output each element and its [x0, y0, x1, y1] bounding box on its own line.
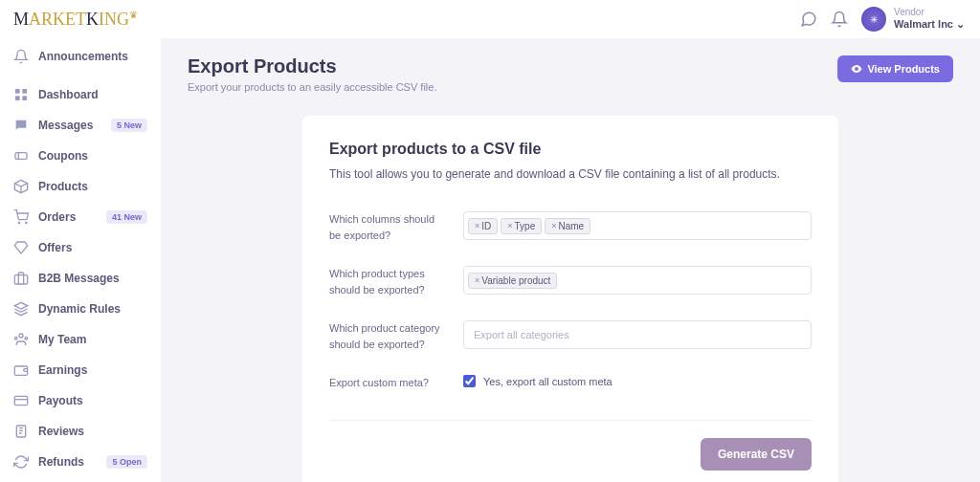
card-icon — [13, 393, 29, 408]
svg-point-5 — [18, 222, 19, 223]
types-tagbox[interactable]: ×Variable product — [463, 266, 812, 295]
logo-arket: ARKET — [29, 10, 86, 29]
tag-type[interactable]: ×Type — [501, 218, 542, 234]
clipboard-icon — [13, 424, 29, 439]
meta-checkbox-wrap[interactable]: Yes, export all custom meta — [463, 375, 812, 387]
sidebar-item-label: Coupons — [38, 149, 147, 163]
sidebar-item-docs[interactable]: Docs — [0, 477, 161, 482]
badge-new: 5 New — [111, 119, 147, 132]
sidebar-item-refunds[interactable]: Refunds 5 Open — [0, 447, 161, 477]
user-text: Vendor Walmart Inc ⌄ — [894, 7, 965, 31]
wallet-icon — [13, 362, 29, 378]
sidebar-item-label: Dynamic Rules — [38, 302, 147, 316]
card-title: Export products to a CSV file — [329, 141, 812, 158]
logo-k: K — [86, 10, 99, 29]
meta-checkbox[interactable] — [463, 375, 476, 387]
export-card: Export products to a CSV file This tool … — [302, 116, 838, 482]
svg-rect-2 — [15, 96, 20, 100]
form-label: Which product category should be exporte… — [329, 320, 444, 352]
nav: Announcements Dashboard Messages 5 New C… — [0, 35, 161, 482]
svg-rect-0 — [15, 89, 20, 94]
logo[interactable]: MARKETKING♛ — [0, 0, 161, 35]
page-subtitle: Export your products to an easily access… — [188, 81, 436, 93]
card-description: This tool allows you to generate and dow… — [329, 167, 812, 181]
sidebar-item-label: Orders — [38, 210, 106, 224]
row-meta: Export custom meta? Yes, export all cust… — [329, 363, 812, 403]
chat-icon[interactable] — [800, 11, 817, 28]
logo-m: M — [13, 10, 29, 29]
logo-crown-icon: ♛ — [129, 10, 138, 20]
briefcase-icon — [13, 271, 29, 286]
row-columns: Which columns should be exported? ×ID ×T… — [329, 200, 812, 254]
tag-remove-icon: × — [475, 221, 479, 230]
user-role: Vendor — [894, 7, 965, 18]
eye-icon — [851, 63, 862, 75]
ticket-icon — [13, 148, 29, 164]
sidebar-item-payouts[interactable]: Payouts — [0, 385, 161, 416]
sidebar-item-label: Earnings — [38, 363, 147, 377]
sidebar-item-label: Products — [38, 180, 147, 193]
sidebar-item-label: Payouts — [38, 394, 147, 407]
user-name: Walmart Inc — [894, 18, 953, 31]
row-category: Which product category should be exporte… — [329, 309, 812, 363]
category-input[interactable] — [463, 320, 812, 349]
form-label: Which product types should be exported? — [329, 266, 444, 297]
svg-rect-3 — [22, 96, 27, 100]
sidebar-item-products[interactable]: Products — [0, 171, 161, 202]
badge-open: 5 Open — [106, 455, 147, 469]
message-icon — [13, 118, 29, 133]
sidebar-item-earnings[interactable]: Earnings — [0, 355, 161, 385]
app-root: MARKETKING♛ Announcements Dashboard Mess… — [0, 0, 980, 482]
page-header: Export Products Export your products to … — [188, 55, 953, 93]
sidebar-item-dynamic-rules[interactable]: Dynamic Rules — [0, 294, 161, 324]
svg-point-8 — [19, 334, 23, 338]
generate-csv-button[interactable]: Generate CSV — [701, 438, 812, 471]
form-label: Export custom meta? — [329, 375, 444, 391]
sidebar-item-announcements[interactable]: Announcements — [0, 41, 161, 72]
sidebar-item-label: Dashboard — [38, 88, 147, 101]
sidebar-item-label: Refunds — [38, 455, 106, 469]
sidebar-item-coupons[interactable]: Coupons — [0, 141, 161, 171]
page-title: Export Products — [188, 55, 436, 77]
bell-icon — [13, 49, 29, 64]
svg-point-10 — [25, 337, 28, 340]
sidebar-item-label: Offers — [38, 241, 147, 254]
svg-rect-7 — [14, 275, 27, 284]
user-menu[interactable]: ✳ Vendor Walmart Inc ⌄ — [861, 7, 965, 32]
logo-ing: ING — [99, 10, 129, 29]
tag-variable-product[interactable]: ×Variable product — [468, 273, 557, 289]
badge-new: 41 New — [106, 210, 147, 224]
sidebar-item-b2b-messages[interactable]: B2B Messages — [0, 263, 161, 294]
layers-icon — [13, 301, 29, 317]
sidebar-item-label: Messages — [38, 119, 111, 132]
gem-icon — [13, 240, 29, 255]
sidebar-item-dashboard[interactable]: Dashboard — [0, 79, 161, 110]
button-label: View Products — [867, 63, 940, 75]
checkbox-label: Yes, export all custom meta — [483, 376, 612, 387]
svg-rect-4 — [15, 153, 27, 160]
sidebar-item-reviews[interactable]: Reviews — [0, 416, 161, 447]
svg-point-6 — [26, 222, 27, 223]
svg-rect-12 — [14, 396, 27, 405]
sidebar-item-my-team[interactable]: My Team — [0, 324, 161, 355]
row-types: Which product types should be exported? … — [329, 254, 812, 309]
sidebar-item-offers[interactable]: Offers — [0, 232, 161, 263]
sidebar-item-orders[interactable]: Orders 41 New — [0, 202, 161, 232]
sidebar-item-label: My Team — [38, 333, 147, 346]
sidebar-item-messages[interactable]: Messages 5 New — [0, 110, 161, 141]
main: ✳ Vendor Walmart Inc ⌄ Export Products E… — [161, 0, 980, 482]
sidebar-item-label: Reviews — [38, 425, 147, 438]
tag-remove-icon: × — [475, 275, 479, 285]
view-products-button[interactable]: View Products — [837, 55, 953, 82]
svg-rect-1 — [22, 89, 27, 94]
svg-point-9 — [14, 337, 17, 340]
tag-name[interactable]: ×Name — [545, 218, 590, 234]
cart-icon — [13, 209, 29, 225]
notification-icon[interactable] — [831, 11, 848, 28]
tag-remove-icon: × — [551, 221, 556, 230]
grid-icon — [13, 87, 29, 102]
avatar: ✳ — [861, 7, 886, 32]
content: Export Products Export your products to … — [161, 38, 980, 482]
tag-id[interactable]: ×ID — [468, 218, 498, 234]
columns-tagbox[interactable]: ×ID ×Type ×Name — [463, 211, 812, 240]
